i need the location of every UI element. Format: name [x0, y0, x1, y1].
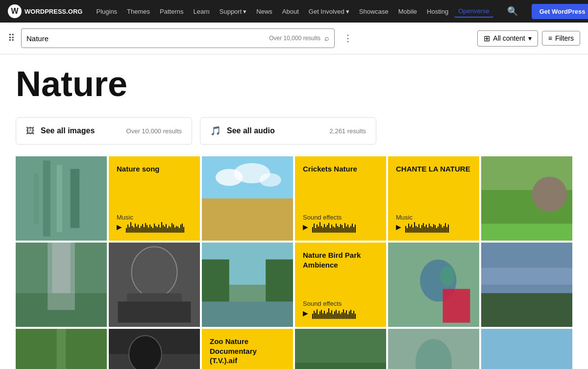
media-item[interactable]: [481, 329, 572, 369]
filters-icon: ≡: [548, 34, 552, 42]
wp-logo-text: WORDPRESS.ORG: [24, 8, 82, 15]
svg-rect-7: [202, 198, 293, 241]
media-item[interactable]: [202, 156, 293, 241]
nav-patterns[interactable]: Patterns: [156, 5, 187, 18]
nav-mobile[interactable]: Mobile: [394, 5, 421, 18]
svg-rect-4: [34, 173, 38, 223]
image-placeholder: [481, 156, 572, 241]
image-placeholder: [16, 329, 107, 369]
audio-category: Music: [396, 214, 471, 221]
nav-search-icon[interactable]: 🔍: [503, 6, 522, 17]
nav-openverse[interactable]: Openverse: [454, 5, 493, 18]
media-item[interactable]: [202, 243, 293, 327]
audio-title: Crickets Nature: [303, 164, 378, 174]
images-count: Over 10,000 results: [126, 127, 182, 135]
play-icon[interactable]: ▶: [396, 223, 401, 231]
audio-category-card[interactable]: 🎵 See all audio 2,261 results: [200, 117, 376, 145]
media-item[interactable]: [109, 329, 200, 369]
media-item[interactable]: [481, 243, 572, 327]
image-placeholder: [109, 329, 200, 369]
search-bar-right: ⊞ All content ▾ ≡ Filters: [477, 30, 580, 47]
image-placeholder: [109, 243, 200, 327]
svg-point-13: [532, 177, 567, 212]
svg-rect-34: [481, 243, 572, 293]
main-content: Nature 🖼 See all images Over 10,000 resu…: [0, 54, 588, 369]
image-placeholder: [481, 329, 572, 369]
wordpress-logo[interactable]: W WORDPRESS.ORG: [8, 4, 82, 18]
waveform: [126, 221, 192, 233]
audio-card-chante[interactable]: CHANTE LA NATURE Music ▶: [388, 156, 479, 241]
grid-icon[interactable]: ⠿: [8, 32, 15, 44]
media-item[interactable]: [16, 243, 107, 327]
media-item[interactable]: [16, 329, 107, 369]
wp-logo-icon: W: [8, 4, 22, 18]
nav-links: Plugins Themes Patterns Learn Support ▾ …: [92, 5, 493, 18]
image-placeholder: [295, 329, 386, 369]
waveform: [312, 221, 378, 233]
svg-rect-44: [295, 329, 386, 363]
nav-learn[interactable]: Learn: [190, 5, 214, 18]
search-results-count: Over 10,000 results: [269, 35, 320, 42]
images-category-card[interactable]: 🖼 See all images Over 10,000 results: [16, 117, 192, 145]
images-label: See all images: [41, 126, 121, 135]
nav-news[interactable]: News: [252, 5, 276, 18]
svg-rect-31: [443, 289, 470, 323]
nav-about[interactable]: About: [278, 5, 303, 18]
play-icon[interactable]: ▶: [303, 309, 308, 317]
media-grid-row3: Zoo Nature Documentary (T.V.).aif Sound …: [16, 329, 572, 369]
image-placeholder: [16, 243, 107, 327]
svg-rect-18: [48, 243, 75, 310]
nav-themes[interactable]: Themes: [123, 5, 154, 18]
content-filter-dropdown[interactable]: ⊞ All content ▾: [477, 30, 538, 47]
search-input-wrap[interactable]: Over 10,000 results ⌕: [21, 28, 335, 48]
search-input[interactable]: [26, 34, 269, 43]
nav-hosting[interactable]: Hosting: [423, 5, 452, 18]
waveform: [405, 221, 471, 233]
audio-title: Nature Bird Park Ambience: [303, 250, 378, 270]
play-icon[interactable]: ▶: [117, 223, 122, 231]
audio-card-zoo[interactable]: Zoo Nature Documentary (T.V.).aif Sound …: [202, 329, 293, 369]
svg-point-32: [440, 266, 455, 286]
media-item[interactable]: [295, 329, 386, 369]
svg-rect-1: [43, 161, 50, 237]
media-grid-row1: Nature song Music ▶: [16, 156, 572, 241]
svg-rect-3: [71, 169, 80, 228]
filters-button[interactable]: ≡ Filters: [542, 31, 580, 46]
audio-category: Sound effects: [303, 300, 378, 307]
image-icon: 🖼: [26, 126, 35, 136]
svg-rect-23: [118, 301, 191, 322]
svg-rect-35: [481, 293, 572, 327]
image-placeholder: [481, 243, 572, 327]
image-placeholder: [202, 243, 293, 327]
audio-card-nature-song[interactable]: Nature song Music ▶: [109, 156, 200, 241]
audio-title: Zoo Nature Documentary (T.V.).aif: [210, 337, 285, 366]
audio-controls: ▶: [117, 221, 192, 233]
image-placeholder: [388, 329, 479, 369]
media-item[interactable]: [388, 329, 479, 369]
svg-rect-39: [57, 329, 66, 369]
category-cards: 🖼 See all images Over 10,000 results 🎵 S…: [16, 117, 572, 145]
nav-support[interactable]: Support ▾: [216, 5, 251, 18]
svg-point-10: [259, 173, 281, 187]
content-filter-label: All content: [493, 34, 525, 42]
nav-get-involved[interactable]: Get Involved ▾: [305, 5, 353, 18]
svg-rect-50: [481, 329, 572, 369]
audio-card-crickets[interactable]: Crickets Nature Sound effects ▶: [295, 156, 386, 241]
svg-rect-2: [57, 165, 62, 232]
get-wordpress-button[interactable]: Get WordPress: [532, 4, 588, 19]
media-item[interactable]: [16, 156, 107, 241]
media-item[interactable]: [388, 243, 479, 327]
media-item[interactable]: [481, 156, 572, 241]
play-icon[interactable]: ▶: [303, 223, 308, 231]
search-magnify-icon[interactable]: ⌕: [324, 34, 329, 43]
search-bar: ⠿ Over 10,000 results ⌕ ⋮ ⊞ All content …: [0, 23, 588, 54]
search-options-icon[interactable]: ⋮: [341, 33, 355, 44]
top-navigation: W WORDPRESS.ORG Plugins Themes Patterns …: [0, 0, 588, 23]
page-title: Nature: [16, 66, 572, 101]
nav-plugins[interactable]: Plugins: [92, 5, 121, 18]
media-item[interactable]: [109, 243, 200, 327]
nav-showcase[interactable]: Showcase: [355, 5, 392, 18]
audio-card-bird-park[interactable]: Nature Bird Park Ambience Sound effects …: [295, 243, 386, 327]
image-placeholder: [388, 243, 479, 327]
svg-point-42: [129, 336, 162, 369]
